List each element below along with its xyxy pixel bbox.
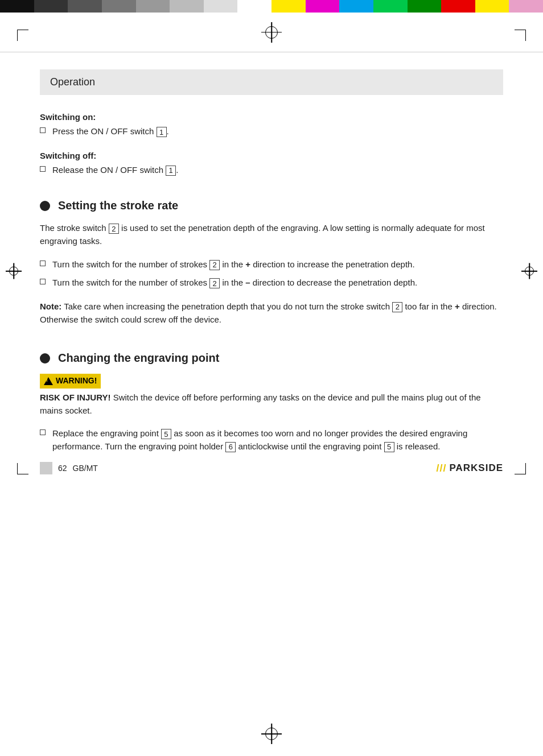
ref-2-intro: 2 (109, 224, 119, 234)
ref-6: 6 (225, 442, 236, 452)
color-bar-segment (170, 0, 204, 13)
corner-mark-tr (515, 30, 526, 41)
stroke-note: Note: Take care when increasing the pene… (40, 300, 503, 327)
color-bar-segment (441, 0, 475, 13)
stroke-rate-title: Setting the stroke rate (58, 199, 178, 212)
color-bar-segment (339, 0, 373, 13)
ref-5-b: 5 (384, 442, 394, 452)
warning-block: WARNING! RISK OF INJURY! Switch the devi… (40, 374, 503, 417)
stroke-rate-title-row: Setting the stroke rate (40, 199, 503, 212)
stroke-rate-section: Setting the stroke rate The stroke switc… (40, 199, 503, 326)
ref-2-note: 2 (392, 302, 402, 312)
ref-5-a: 5 (161, 429, 171, 439)
corner-mark-tl (17, 30, 28, 41)
stroke-list-text-1: Turn the switch for the number of stroke… (52, 258, 415, 271)
note-bold: Note: (40, 301, 61, 311)
engraving-point-section: Changing the engraving point WARNING! RI… (40, 352, 503, 453)
bullet-circle-stroke (40, 201, 50, 211)
color-bar (0, 0, 543, 13)
stroke-rate-intro: The stroke switch 2 is used to set the p… (40, 221, 503, 248)
page-number: 62 (58, 464, 67, 473)
parkside-logo: /// PARKSIDE (436, 462, 503, 474)
logo-slashes: /// (436, 462, 446, 474)
registration-area-top (0, 13, 543, 52)
stroke-list-item-1: Turn the switch for the number of stroke… (40, 258, 503, 271)
switching-off-text: Release the ON / OFF switch 1. (52, 164, 178, 177)
page-number-area: 62 GB/MT (40, 462, 98, 474)
color-bar-segment (68, 0, 102, 13)
warning-badge: WARNING! (40, 374, 101, 389)
bullet-square-on (40, 127, 46, 133)
color-bar-segment (237, 0, 272, 13)
engraving-title: Changing the engraving point (58, 352, 219, 365)
color-bar-segment (306, 0, 340, 13)
page-footer: 62 GB/MT /// PARKSIDE (40, 462, 503, 474)
bullet-sq-2 (40, 279, 46, 284)
switching-on-item: Press the ON / OFF switch 1. (40, 125, 503, 138)
switching-off-section: Switching off: Release the ON / OFF swit… (40, 151, 503, 177)
page-body: Operation Switching on: Press the ON / O… (0, 52, 543, 491)
color-bar-segment (34, 0, 68, 13)
stroke-list-item-2: Turn the switch for the number of stroke… (40, 276, 503, 290)
color-bar-segment (408, 0, 442, 13)
reg-mark-bottom-inner (261, 724, 282, 744)
color-bar-segment (475, 0, 509, 13)
warning-bold: RISK OF INJURY! (40, 393, 110, 402)
switching-off-item: Release the ON / OFF switch 1. (40, 164, 503, 177)
engraving-title-row: Changing the engraving point (40, 352, 503, 365)
color-bar-segment (136, 0, 170, 13)
color-bar-segment (0, 0, 34, 13)
color-bar-segment (373, 0, 408, 13)
warning-triangle-icon (44, 377, 53, 385)
switching-on-section: Switching on: Press the ON / OFF switch … (40, 112, 503, 138)
warning-risk-text: RISK OF INJURY! Switch the device off be… (40, 391, 503, 418)
reg-mark-left (6, 263, 22, 281)
bullet-sq-engrave (40, 429, 46, 435)
registration-mark-top (261, 22, 282, 43)
ref-1-off: 1 (166, 166, 176, 176)
section-header-text: Operation (50, 76, 95, 88)
ref-1-on: 1 (157, 127, 167, 137)
warning-badge-text: WARNING! (56, 375, 97, 387)
bullet-circle-engraving (40, 353, 50, 363)
corner-mark-bl (17, 463, 28, 474)
stroke-intro-rest: is used to set the penetration depth of … (40, 223, 485, 246)
corner-mark-br (515, 463, 526, 474)
color-bar-segment (272, 0, 306, 13)
ref-2-list1: 2 (209, 260, 220, 270)
reg-mark-right (521, 263, 537, 281)
stroke-list-text-2: Turn the switch for the number of stroke… (52, 276, 417, 290)
stroke-intro-before: The stroke switch (40, 223, 106, 233)
switching-off-label: Switching off: (40, 151, 503, 160)
switching-on-text: Press the ON / OFF switch 1. (52, 125, 169, 138)
color-bar-segment (204, 0, 238, 13)
logo-text: PARKSIDE (449, 462, 503, 474)
engraving-list-item: Replace the engraving point 5 as soon as… (40, 427, 503, 453)
bullet-square-off (40, 166, 46, 172)
ref-2-list2: 2 (209, 278, 220, 288)
color-bar-segment (102, 0, 136, 13)
color-bar-segment (509, 0, 543, 13)
switching-on-label: Switching on: (40, 112, 503, 122)
page-num-box (40, 462, 52, 474)
section-header: Operation (40, 69, 503, 95)
engraving-list-text: Replace the engraving point 5 as soon as… (52, 427, 503, 453)
reg-mark-bottom (261, 724, 282, 746)
page-locale: GB/MT (73, 464, 98, 473)
bullet-sq-1 (40, 261, 46, 266)
